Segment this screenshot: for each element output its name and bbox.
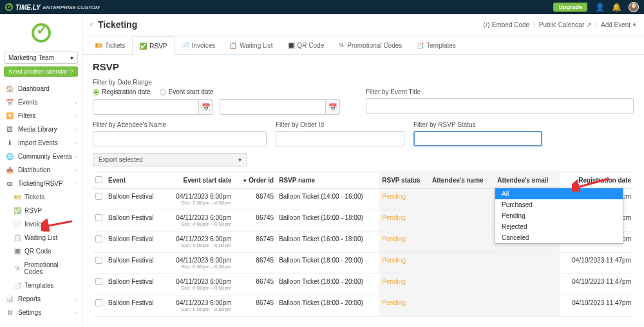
nav-icon: ⬇	[5, 139, 14, 146]
tab-tickets[interactable]: 🎫Tickets	[88, 35, 132, 54]
add-event-button[interactable]: Add Event +	[601, 21, 636, 28]
tab-icon: 📑	[416, 42, 424, 49]
topbar: TIME.LY ENTERPRISE CUSTOM Upgrade 👤 🔔	[0, 0, 644, 14]
date-to-input[interactable]	[220, 99, 326, 115]
date-to-picker[interactable]: 📅	[326, 99, 340, 115]
team-select[interactable]: Marketing Team ▾	[4, 52, 78, 64]
chevron-icon: ›	[73, 183, 79, 184]
cell-order: 86745	[234, 210, 277, 232]
cell-order: 86745	[234, 253, 277, 274]
status-option-pending[interactable]: Pending	[495, 210, 623, 221]
cell-attendee	[430, 189, 495, 210]
nav-sub-tickets[interactable]: 🎫Tickets	[0, 190, 82, 204]
tab-icon: 🎫	[95, 42, 102, 49]
row-checkbox[interactable]	[95, 214, 102, 221]
page-actions: ⟨/⟩ Embed Code | Public Calendar ↗ | Add…	[483, 21, 636, 28]
brand-name: TIME.LY	[15, 4, 41, 11]
main: ‹ Ticketing ⟨/⟩ Embed Code | Public Cale…	[82, 14, 644, 327]
nav-import-events[interactable]: ⬇Import Events›	[0, 136, 82, 150]
chevron-icon: ›	[75, 126, 77, 133]
team-label: Marketing Team	[8, 54, 54, 61]
date-from-picker[interactable]: 📅	[199, 99, 213, 115]
tab-promotional-codes[interactable]: ％Promotional Codes	[331, 35, 409, 54]
status-dropdown[interactable]: AllPurchasedPendingRejectedCanceled	[495, 188, 623, 244]
col-event-start-date[interactable]: Event start date	[164, 172, 234, 189]
col-event[interactable]: Event	[106, 172, 164, 189]
back-chevron-icon[interactable]: ‹	[90, 20, 93, 29]
status-select[interactable]	[413, 131, 542, 146]
avatar[interactable]	[629, 2, 639, 12]
nav-dashboard[interactable]: 🏠Dashboard	[0, 82, 82, 95]
status-option-purchased[interactable]: Purchased	[495, 199, 623, 210]
event-title-input[interactable]	[366, 98, 634, 114]
topbar-right: Upgrade 👤 🔔	[553, 2, 639, 12]
col-attendee-s-email[interactable]: Attendee's email	[495, 172, 560, 189]
registration-date-radio[interactable]: Registration date	[93, 88, 151, 95]
cell-email	[495, 274, 560, 295]
nav-icon: 📤	[5, 166, 14, 173]
user-icon[interactable]: 👤	[595, 3, 604, 12]
col-checkbox[interactable]	[93, 172, 106, 189]
nav-distribution[interactable]: 📤Distribution›	[0, 163, 82, 177]
nav-icon: 🔳	[13, 248, 22, 255]
tab-waiting-list[interactable]: 📋Waiting List	[222, 35, 279, 54]
tab-icon: ✅	[139, 43, 147, 50]
nav: 🏠Dashboard📅Events›🔽Filters›🖼Media Librar…	[0, 82, 82, 319]
cell-event: Balloon Festival	[106, 189, 164, 210]
export-select[interactable]: Export selected ▾	[93, 153, 247, 166]
bell-icon[interactable]: 🔔	[612, 3, 621, 12]
embed-code-link[interactable]: ⟨/⟩ Embed Code	[483, 21, 529, 28]
col-rsvp-status[interactable]: RSVP status	[379, 172, 430, 189]
nav-media-library[interactable]: 🖼Media Library›	[0, 123, 82, 136]
chevron-icon: ›	[75, 310, 77, 316]
col-order-id[interactable]: ▼Order id	[234, 172, 277, 189]
nav-community-events[interactable]: 🌐Community Events›	[0, 150, 82, 163]
tab-qr-code[interactable]: 🔳QR Code	[280, 35, 332, 54]
tab-rsvp[interactable]: ✅RSVP	[132, 36, 174, 55]
nav-icon: ％	[13, 264, 21, 273]
nav-ticketing-rsvp[interactable]: 🎟Ticketing/RSVP›	[0, 177, 82, 190]
cell-rsvp: Balloon Ticket (14:00 - 16:00)	[276, 189, 379, 210]
cell-rsvp: Balloon Ticket (18:00 - 20:00)	[276, 253, 379, 274]
order-id-input[interactable]	[276, 131, 404, 146]
cell-event: Balloon Festival	[106, 295, 164, 317]
nav-sub-waiting-list[interactable]: 📋Waiting List	[0, 231, 82, 244]
status-option-rejected[interactable]: Rejected	[495, 221, 623, 232]
filter-status-label: Filter by RSVP Status	[413, 121, 542, 128]
event-start-date-radio[interactable]: Event start date	[160, 88, 214, 95]
attendee-input[interactable]	[93, 131, 267, 146]
row-checkbox[interactable]	[95, 235, 102, 243]
nav-events[interactable]: 📅Events›	[0, 95, 82, 109]
page-title: Ticketing	[98, 19, 137, 30]
status-option-canceled[interactable]: Canceled	[495, 232, 623, 243]
cell-rsvp: Balloon Ticket (16:00 - 18:00)	[276, 232, 379, 253]
cell-date: 04/11/2023 6:00pmSlot: 6:00pm - 8:00pm	[164, 253, 234, 274]
tab-invoices[interactable]: 📄Invoices	[175, 35, 223, 54]
col-attendee-s-name[interactable]: Attendee's name	[430, 172, 495, 189]
cell-reg: 04/10/2023 11:47pm	[560, 253, 634, 274]
nav-sub-rsvp[interactable]: ✅RSVP	[0, 204, 82, 217]
sidebar-logo	[0, 14, 82, 48]
nav-sub-promotional-codes[interactable]: ％Promotional Codes	[0, 258, 82, 279]
row-checkbox[interactable]	[95, 193, 102, 200]
nav-sub-templates[interactable]: 📑Templates	[0, 279, 82, 292]
section-title: RSVP	[93, 61, 634, 72]
need-calendar-button[interactable]: Need another calendar ?	[4, 66, 78, 77]
nav-icon: 📄	[13, 221, 22, 228]
public-calendar-link[interactable]: Public Calendar ↗	[539, 21, 592, 28]
table-row: Balloon Festival04/11/2023 6:00pmSlot: 6…	[93, 295, 634, 317]
nav-reports[interactable]: 📊Reports›	[0, 292, 82, 306]
row-checkbox[interactable]	[95, 278, 102, 285]
tab-icon: ％	[338, 41, 345, 50]
tab-templates[interactable]: 📑Templates	[409, 35, 463, 54]
select-all-checkbox[interactable]	[95, 176, 102, 183]
upgrade-button[interactable]: Upgrade	[553, 3, 587, 12]
row-checkbox[interactable]	[95, 257, 102, 264]
nav-settings[interactable]: ⚙Settings›	[0, 306, 82, 319]
cell-email	[495, 295, 560, 317]
row-checkbox[interactable]	[95, 299, 102, 306]
nav-sub-qr-code[interactable]: 🔳QR Code	[0, 244, 82, 258]
date-from-input[interactable]	[93, 99, 199, 115]
col-rsvp-name[interactable]: RSVP name	[276, 172, 379, 189]
nav-filters[interactable]: 🔽Filters›	[0, 109, 82, 123]
